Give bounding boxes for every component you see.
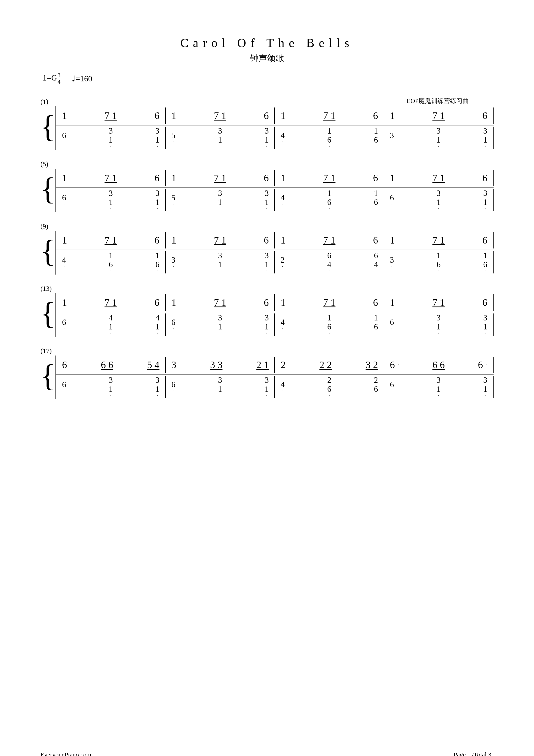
note: 1 xyxy=(437,322,441,332)
measure: 1 7 1 6 xyxy=(384,172,493,184)
note: 7 1 xyxy=(432,172,445,184)
section-13: (13) { 1 7 1 6 1 7 1 xyxy=(40,285,494,337)
measure: 6 · 3 1 · 3 1 · xyxy=(56,189,165,211)
note: 6 xyxy=(374,136,378,145)
note: 1 xyxy=(109,251,113,260)
chord: 1 6 · xyxy=(327,126,331,149)
note: 6 xyxy=(171,318,175,327)
music-block-17: { 6 6 6 5 4 3 3 3 xyxy=(40,356,494,399)
note: 4 xyxy=(281,318,285,327)
page: Carol Of The Bells 钟声颂歌 1=G34 ♩=160 EOP魔… xyxy=(18,14,516,756)
measure: 4 · 1 6 · 1 6 · xyxy=(56,251,165,273)
music-block-1: { 1 7 1 6 1 xyxy=(40,106,494,150)
measure: 1 7 1 6 xyxy=(166,172,274,184)
note: 3 xyxy=(265,189,269,198)
note: 1 xyxy=(265,322,269,332)
measure: 6 · 3 1 · 3 1 · xyxy=(56,376,165,398)
measure: 2 2 2 3 2 xyxy=(275,359,384,370)
measure: 1 7 1 6 xyxy=(56,234,165,246)
note: 3 xyxy=(390,256,394,265)
note: 3 3 xyxy=(210,359,222,370)
note: 3 xyxy=(155,376,160,385)
note: 3 xyxy=(218,251,222,260)
note: 3 xyxy=(218,313,222,322)
note: 7 1 xyxy=(104,234,117,246)
note: 1 xyxy=(390,172,395,184)
note: 1 xyxy=(218,136,222,145)
end-barline xyxy=(493,232,494,249)
note: 1 xyxy=(109,322,113,332)
measure: 1 7 1 6 xyxy=(384,297,493,308)
measure: 6 · 4 1 · 4 1 · xyxy=(56,313,165,336)
measure-2-bass: 5 · 3 1 · 3 1 · xyxy=(166,126,274,149)
note: 3 xyxy=(437,126,441,136)
note: 1 xyxy=(155,198,160,207)
note: 6 xyxy=(327,322,331,332)
treble-9: 1 7 1 6 1 7 1 6 xyxy=(56,231,494,250)
music-block-13: { 1 7 1 6 1 7 1 xyxy=(40,293,494,337)
measure: 1 7 1 6 xyxy=(56,172,165,184)
note: 7 1 xyxy=(214,110,226,122)
note: 2 xyxy=(374,376,378,385)
note: 1 xyxy=(390,234,395,246)
note: 3 xyxy=(218,189,222,198)
note: 3 xyxy=(483,126,487,136)
measure-3-treble: 1 7 1 6 xyxy=(275,110,384,122)
note: 1 xyxy=(155,385,160,394)
note: 1 xyxy=(218,385,222,394)
note: 6 xyxy=(373,172,378,184)
note: 5 4 xyxy=(147,359,160,370)
note: 5 xyxy=(171,193,175,202)
measure: 4 · 2 6 · 2 6 · xyxy=(275,376,384,398)
note: 4 xyxy=(281,193,285,202)
chord: 3 1 · xyxy=(483,126,487,149)
note: 1 xyxy=(281,234,286,246)
note: 6 xyxy=(155,234,160,246)
note: 1 xyxy=(374,313,378,322)
end-barline xyxy=(493,107,494,124)
measure: 3 · 1 6 · 1 6 · xyxy=(384,251,493,273)
note: 5 xyxy=(171,131,175,140)
note: 7 1 xyxy=(104,172,117,184)
measure: 1 7 1 6 xyxy=(275,172,384,184)
note: 6 xyxy=(62,318,66,327)
note: 1 xyxy=(437,198,441,207)
note: 3 xyxy=(437,189,441,198)
note: 1 xyxy=(327,126,331,136)
brace-5: { xyxy=(40,169,56,212)
staves-1: 1 7 1 6 1 7 1 6 xyxy=(56,106,494,150)
note: 3 xyxy=(109,126,113,136)
note: 1 xyxy=(483,385,487,394)
brace-17: { xyxy=(40,356,56,399)
note: 1 xyxy=(437,251,441,260)
note: 6 xyxy=(483,260,487,269)
staves-13: 1 7 1 6 1 7 1 6 xyxy=(56,293,494,337)
bass-5: 6 · 3 1 · 3 1 · xyxy=(56,188,494,212)
music-block-9: { 1 7 1 6 1 7 1 xyxy=(40,231,494,275)
note: 1 xyxy=(265,198,269,207)
note: 4 xyxy=(155,313,160,322)
end-barline xyxy=(493,357,494,373)
note: 7 1 xyxy=(432,110,445,122)
note: 1 xyxy=(218,322,222,332)
measure: 4 · 1 6 · 1 6 · xyxy=(275,313,384,336)
note: 1 xyxy=(437,136,441,145)
info-row: 1=G34 ♩=160 xyxy=(43,72,494,86)
measure: 1 7 1 6 xyxy=(166,297,274,308)
note: 1 xyxy=(265,136,269,145)
note: 3 xyxy=(437,376,441,385)
note: 6 xyxy=(374,198,378,207)
section-5-label: (5) xyxy=(40,160,494,168)
note: 3 xyxy=(218,376,222,385)
measure: 6 · 3 1 · 3 1 · xyxy=(384,189,493,211)
note: 7 1 xyxy=(432,234,445,246)
note: 1 xyxy=(218,198,222,207)
note: 1 xyxy=(483,251,487,260)
note: 7 1 xyxy=(432,297,445,308)
measure-1-treble: 1 7 1 6 xyxy=(56,110,165,122)
bass-9: 4 · 1 6 · 1 6 · xyxy=(56,250,494,275)
note: 6 xyxy=(171,380,175,389)
note: 7 1 xyxy=(104,297,117,308)
note: 2 2 xyxy=(319,359,332,370)
measure: 6 · 3 1 · 3 1 · xyxy=(166,376,274,398)
